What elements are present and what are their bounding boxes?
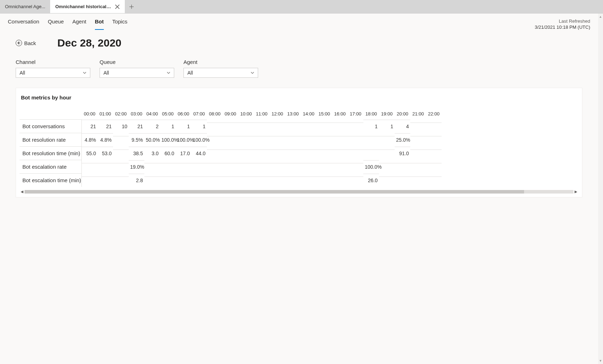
metric-cell: [379, 176, 395, 184]
metric-cell: [191, 176, 207, 184]
metric-cell: [316, 136, 332, 143]
metric-cell: [426, 163, 442, 170]
hour-header: 18:00: [363, 108, 379, 119]
metric-cell: 50.0%: [144, 133, 160, 146]
metric-cell: [316, 150, 332, 157]
metric-cell: [270, 136, 285, 143]
metric-cell: [160, 163, 176, 170]
scroll-up-icon[interactable]: ▲: [599, 15, 602, 18]
metric-cell: [285, 136, 301, 143]
nav-tab-queue[interactable]: Queue: [48, 18, 64, 30]
close-icon[interactable]: [115, 4, 120, 9]
add-tab-button[interactable]: [125, 0, 138, 13]
metric-cell: 38.5: [129, 147, 144, 160]
metric-cell: [176, 176, 191, 184]
report-nav-tabs: Conversation Queue Agent Bot Topics: [8, 18, 127, 30]
metric-cell: [316, 176, 332, 184]
metric-cell: [301, 123, 316, 130]
metric-cell: [301, 163, 316, 170]
metric-row-label: Bot escalation time (min): [20, 173, 82, 187]
metric-cell: [254, 150, 270, 157]
page-title: Dec 28, 2020: [57, 37, 121, 49]
metric-cell: 1: [379, 120, 395, 133]
horizontal-scrollbar[interactable]: ◀ ▶: [20, 190, 578, 194]
vertical-scrollbar[interactable]: ▲ ▼: [598, 13, 603, 364]
filter-channel: Channel All: [16, 59, 90, 78]
metric-cell: [363, 150, 379, 157]
metric-cell: [316, 163, 332, 170]
nav-tab-bot[interactable]: Bot: [95, 18, 104, 30]
channel-select[interactable]: All: [16, 68, 90, 78]
metric-cell: 3.0: [144, 147, 160, 160]
metric-cell: [223, 176, 238, 184]
metric-cell: 100.0%: [363, 160, 379, 173]
agent-select[interactable]: All: [183, 68, 258, 78]
hour-header: 04:00: [144, 108, 160, 119]
metric-cell: [285, 150, 301, 157]
scroll-right-button[interactable]: ▶: [573, 190, 578, 194]
metric-cell: [176, 163, 191, 170]
metric-cell: 53.0: [97, 147, 113, 160]
metric-cell: 17.0: [176, 147, 191, 160]
scroll-down-icon[interactable]: ▼: [599, 359, 602, 363]
metric-cell: [379, 150, 395, 157]
metric-cell: [207, 163, 223, 170]
select-value: All: [20, 70, 25, 76]
metric-cell: [270, 163, 285, 170]
metric-cell: 1: [363, 120, 379, 133]
last-refreshed-info: Last Refreshed 3/21/2021 10:18 PM (UTC): [535, 18, 590, 30]
filter-queue: Queue All: [100, 59, 174, 78]
metric-cell: 19.0%: [129, 160, 144, 173]
metric-cell: [97, 176, 113, 184]
hour-header: 09:00: [223, 108, 238, 119]
metric-cell: [144, 176, 160, 184]
metric-cell: [301, 176, 316, 184]
tab-omnichannel-age[interactable]: Omnichannel Age...: [0, 0, 50, 13]
metric-cell: [363, 136, 379, 143]
scroll-thumb[interactable]: [25, 190, 524, 194]
scroll-left-button[interactable]: ◀: [20, 190, 25, 194]
metric-cell: [254, 136, 270, 143]
metric-cell: 1: [176, 120, 191, 133]
hour-header: 14:00: [301, 108, 316, 119]
metric-cell: [410, 176, 426, 184]
back-arrow-icon: [16, 40, 22, 46]
metric-cell: [238, 163, 254, 170]
metric-cell: [348, 123, 363, 130]
metric-cell: 100.0%: [176, 133, 191, 146]
metric-cell: 55.0: [82, 147, 97, 160]
hour-header: 15:00: [316, 108, 332, 119]
metric-cell: [207, 136, 223, 143]
metric-cell: 21: [82, 120, 97, 133]
metric-cell: [348, 176, 363, 184]
metric-cell: [144, 163, 160, 170]
metric-cell: 2.8: [129, 174, 144, 187]
metric-cell: [285, 163, 301, 170]
bot-metrics-card: Bot metrics by hour 00:0001:0002:0003:00…: [16, 88, 582, 197]
metric-cell: [191, 163, 207, 170]
tab-omnichannel-historical[interactable]: Omnichannel historical an...: [50, 0, 125, 13]
nav-tab-agent[interactable]: Agent: [72, 18, 86, 30]
hour-header: 05:00: [160, 108, 176, 119]
back-button[interactable]: Back: [16, 40, 36, 46]
filter-agent: Agent All: [183, 59, 258, 78]
nav-tab-topics[interactable]: Topics: [112, 18, 128, 30]
hour-header: 02:00: [113, 108, 129, 119]
metric-cell: [316, 123, 332, 130]
metric-row-label: Bot resolution time (min): [20, 146, 82, 160]
nav-tab-conversation[interactable]: Conversation: [8, 18, 39, 30]
metric-cell: [97, 163, 113, 170]
metric-cell: [82, 163, 97, 170]
metric-cell: [113, 150, 129, 157]
chevron-down-icon: [83, 71, 86, 75]
hour-header: 17:00: [348, 108, 363, 119]
scroll-track[interactable]: [25, 190, 573, 194]
filter-label: Channel: [16, 59, 90, 65]
metric-cell: [223, 136, 238, 143]
metric-cell: 44.0: [191, 147, 207, 160]
metric-cell: [223, 123, 238, 130]
metric-cell: 21: [97, 120, 113, 133]
metric-cell: [332, 123, 348, 130]
queue-select[interactable]: All: [100, 68, 174, 78]
back-label: Back: [24, 40, 36, 46]
